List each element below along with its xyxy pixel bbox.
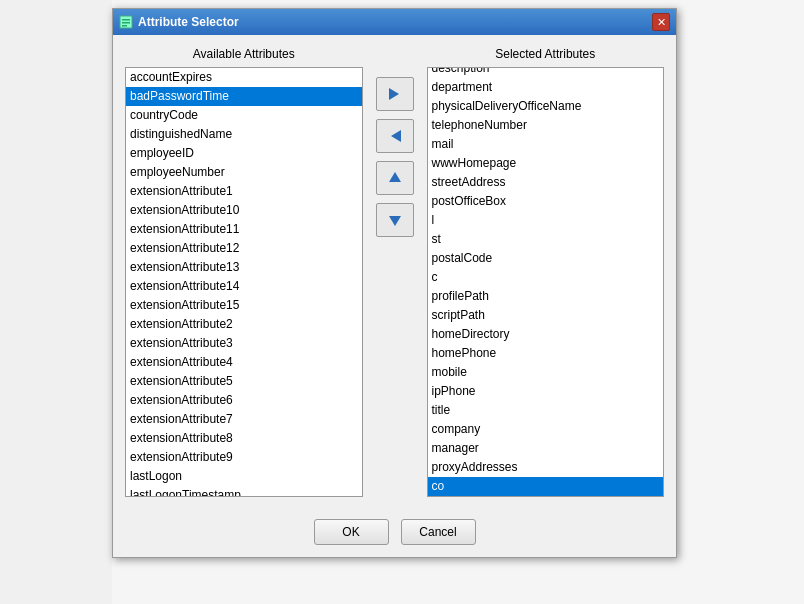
titlebar-left: Attribute Selector — [119, 15, 239, 29]
selected-list-item[interactable]: company — [428, 420, 664, 439]
attribute-selector-dialog: Attribute Selector ✕ Available Attribute… — [112, 8, 677, 558]
add-button[interactable] — [376, 77, 414, 111]
available-list-item[interactable]: extensionAttribute8 — [126, 429, 362, 448]
selected-list-item[interactable]: proxyAddresses — [428, 458, 664, 477]
svg-marker-6 — [389, 172, 401, 182]
dialog-footer: OK Cancel — [113, 509, 676, 557]
selected-attributes-column: Selected Attributes sAMAccountNameoumemb… — [427, 47, 665, 497]
svg-rect-2 — [122, 22, 130, 24]
available-list-item[interactable]: extensionAttribute13 — [126, 258, 362, 277]
available-list-item[interactable]: extensionAttribute2 — [126, 315, 362, 334]
available-list-item[interactable]: extensionAttribute9 — [126, 448, 362, 467]
selected-attributes-header: Selected Attributes — [427, 47, 665, 61]
available-list-item[interactable]: extensionAttribute15 — [126, 296, 362, 315]
available-list-item[interactable]: extensionAttribute7 — [126, 410, 362, 429]
selected-list-item[interactable]: mail — [428, 135, 664, 154]
selected-list-item[interactable]: homePhone — [428, 344, 664, 363]
selected-list-item[interactable]: l — [428, 211, 664, 230]
available-attributes-listbox[interactable]: accountExpiresbadPasswordTimecountryCode… — [125, 67, 363, 497]
move-down-button[interactable] — [376, 203, 414, 237]
available-list-item[interactable]: extensionAttribute14 — [126, 277, 362, 296]
svg-marker-5 — [391, 130, 401, 142]
available-list-item[interactable]: lastLogon — [126, 467, 362, 486]
available-list-item[interactable]: extensionAttribute4 — [126, 353, 362, 372]
available-list-item[interactable]: extensionAttribute10 — [126, 201, 362, 220]
right-arrow-icon — [385, 84, 405, 104]
dialog-overlay: Attribute Selector ✕ Available Attribute… — [0, 0, 804, 604]
close-button[interactable]: ✕ — [652, 13, 670, 31]
available-list-item[interactable]: badPasswordTime — [126, 87, 362, 106]
available-list-item[interactable]: extensionAttribute5 — [126, 372, 362, 391]
available-list-item[interactable]: extensionAttribute12 — [126, 239, 362, 258]
selected-list-item[interactable]: postalCode — [428, 249, 664, 268]
dialog-title-icon — [119, 15, 133, 29]
available-list-item[interactable]: employeeID — [126, 144, 362, 163]
available-attributes-column: Available Attributes accountExpiresbadPa… — [125, 47, 363, 497]
up-arrow-icon — [385, 168, 405, 188]
svg-rect-3 — [122, 25, 127, 27]
cancel-button[interactable]: Cancel — [401, 519, 476, 545]
selected-list-item[interactable]: wwwHomepage — [428, 154, 664, 173]
selected-list-item[interactable]: c — [428, 268, 664, 287]
selected-list-item[interactable]: streetAddress — [428, 173, 664, 192]
selected-list-item[interactable]: telephoneNumber — [428, 116, 664, 135]
svg-marker-4 — [389, 88, 399, 100]
available-list-item[interactable]: distinguishedName — [126, 125, 362, 144]
dialog-titlebar: Attribute Selector ✕ — [113, 9, 676, 35]
available-attributes-header: Available Attributes — [125, 47, 363, 61]
svg-rect-1 — [122, 19, 130, 21]
selected-list-item[interactable]: co — [428, 477, 664, 496]
selected-attributes-listbox[interactable]: sAMAccountNameoumemberOfuserPrincipalNam… — [427, 67, 665, 497]
columns-area: Available Attributes accountExpiresbadPa… — [125, 47, 664, 497]
available-list-item[interactable]: extensionAttribute3 — [126, 334, 362, 353]
available-list-item[interactable]: extensionAttribute11 — [126, 220, 362, 239]
selected-list-item[interactable]: description — [428, 67, 664, 78]
selected-list-item[interactable]: homeDirectory — [428, 325, 664, 344]
selected-list-item[interactable]: physicalDeliveryOfficeName — [428, 97, 664, 116]
selected-list-item[interactable]: ipPhone — [428, 382, 664, 401]
available-list-item[interactable]: countryCode — [126, 106, 362, 125]
selected-list-item[interactable]: title — [428, 401, 664, 420]
down-arrow-icon — [385, 210, 405, 230]
selected-list-item[interactable]: department — [428, 78, 664, 97]
available-list-item[interactable]: employeeNumber — [126, 163, 362, 182]
selected-list-item[interactable]: scriptPath — [428, 306, 664, 325]
move-up-button[interactable] — [376, 161, 414, 195]
selected-list-item[interactable]: postOfficeBox — [428, 192, 664, 211]
available-list-item[interactable]: extensionAttribute6 — [126, 391, 362, 410]
selected-list-item[interactable]: st — [428, 230, 664, 249]
svg-marker-7 — [389, 216, 401, 226]
remove-button[interactable] — [376, 119, 414, 153]
left-arrow-icon — [385, 126, 405, 146]
arrow-buttons-area — [371, 47, 419, 237]
available-list-item[interactable]: extensionAttribute1 — [126, 182, 362, 201]
selected-list-item[interactable]: mobile — [428, 363, 664, 382]
dialog-body: Available Attributes accountExpiresbadPa… — [113, 35, 676, 509]
selected-list-item[interactable]: profilePath — [428, 287, 664, 306]
available-list-item[interactable]: lastLogonTimestamp — [126, 486, 362, 497]
dialog-title: Attribute Selector — [138, 15, 239, 29]
selected-list-item[interactable]: manager — [428, 439, 664, 458]
ok-button[interactable]: OK — [314, 519, 389, 545]
available-list-item[interactable]: accountExpires — [126, 68, 362, 87]
